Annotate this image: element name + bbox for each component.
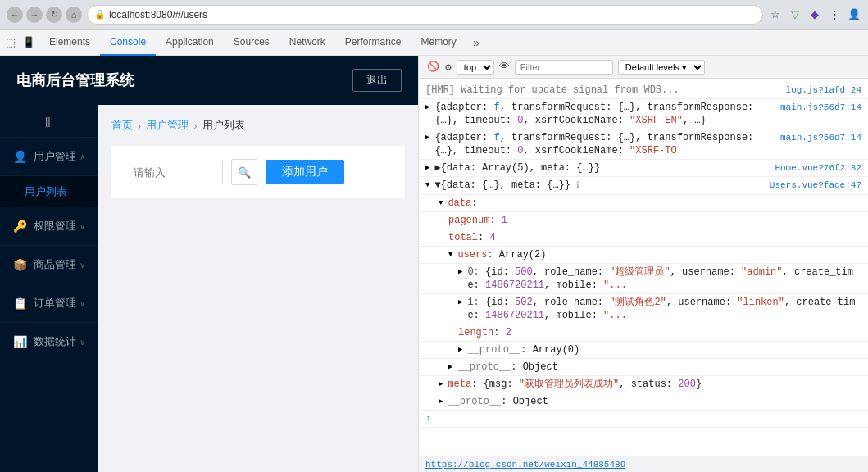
expand-data-icon[interactable] [439,197,443,210]
console-line-users-expanded[interactable]: ▼{data: {…}, meta: {…}} ℹ Users.vue?face… [419,177,868,195]
devtools-inspect-icon[interactable]: ⬚ [3,35,18,50]
eye-icon[interactable]: 👁 [499,61,510,73]
expand-proto-array-icon[interactable] [458,343,462,356]
ext2-icon[interactable]: ◆ [807,7,822,22]
devtools-more-btn[interactable]: » [466,36,486,49]
console-status-bar: https://blog.csdn.net/weixin_44885489 [419,456,868,472]
sidebar-item-products[interactable]: 📦 商品管理 ∨ [0,246,98,284]
menu-icon[interactable]: ⋮ [827,7,842,22]
data-prop-content: data: [448,197,861,210]
console-filter-input[interactable] [515,60,613,75]
axios1-file-ref[interactable]: main.js?56d7:14 [780,101,861,114]
permissions-label: 权限管理 [34,219,76,234]
sidebar-collapse-btn[interactable]: ||| [0,105,98,138]
console-line-user1[interactable]: 1: {id: 502, role_name: "测试角色2", usernam… [419,294,868,324]
console-settings-icon[interactable]: ⚙ [445,61,452,74]
console-line-continuation: › [419,411,868,428]
breadcrumb-home[interactable]: 首页 [111,118,133,133]
main-content: 首页 › 用户管理 › 用户列表 🔍 添加用户 [98,105,418,472]
pagenum-content: pagenum: 1 [448,214,861,227]
home-btn[interactable]: ⌂ [66,7,82,23]
tab-performance[interactable]: Performance [335,30,411,56]
sidebar-item-statistics[interactable]: 📊 数据统计 ∨ [0,323,98,361]
console-line-data-prop[interactable]: data: [419,195,868,212]
address-bar[interactable]: 🔒 localhost:8080/#/users [87,5,763,25]
browser-chrome: ← → ↻ ⌂ 🔒 localhost:8080/#/users ☆ ▽ ◆ ⋮… [0,0,868,30]
hmr-file-ref[interactable]: log.js?1afd:24 [786,84,861,97]
user-list-label: 用户列表 [25,185,67,197]
forward-btn[interactable]: → [26,7,43,23]
add-user-button[interactable]: 添加用户 [266,160,344,184]
permissions-left: 🔑 权限管理 [13,219,76,234]
console-line-meta[interactable]: meta: {msg: "获取管理员列表成功", status: 200} [419,376,868,393]
reload-btn[interactable]: ↻ [46,7,62,23]
tab-console[interactable]: Console [100,30,156,56]
console-clear-btn[interactable]: 🚫 [425,60,440,75]
back-btn[interactable]: ← [7,7,23,23]
console-line-total: total: 4 [419,229,868,247]
expand-axios2-icon[interactable] [425,131,429,144]
hmr-message: [HMR] Waiting for update signal from WDS… [425,84,783,97]
browser-icons: ☆ ▽ ◆ ⋮ 👤 [768,7,861,22]
breadcrumb-sep1: › [138,120,141,132]
expand-axios1-icon[interactable] [425,101,429,114]
context-select[interactable]: top [457,60,494,75]
tab-memory[interactable]: Memory [411,30,466,56]
console-line-proto-root[interactable]: __proto__: Object [419,393,868,411]
axios2-file-ref[interactable]: main.js?56d7:14 [780,131,861,144]
proto-array-content: __proto__: Array(0) [467,343,861,356]
proto-obj-content: __proto__: Object [457,361,861,374]
console-line-proto-obj[interactable]: __proto__: Object [419,359,868,376]
star-icon[interactable]: ☆ [768,7,783,22]
app-body: ||| 👤 用户管理 ∧ 用户列表 🔑 [0,105,418,472]
console-line-axios2[interactable]: {adapter: f, transformRequest: {…}, tran… [419,129,868,160]
products-icon: 📦 [13,258,27,271]
search-button[interactable]: 🔍 [231,159,257,185]
console-line-home-data[interactable]: ▶{data: Array(5), meta: {…}} Home.vue?76… [419,160,868,177]
expand-users-icon[interactable] [425,179,429,192]
status-url[interactable]: https://blog.csdn.net/weixin_44885489 [425,460,625,470]
tab-sources[interactable]: Sources [224,30,279,56]
app-header: 电商后台管理系统 退出 [0,56,418,105]
statistics-label: 数据统计 [34,334,76,349]
expand-home-icon[interactable] [425,161,429,175]
devtools-mobile-icon[interactable]: 📱 [21,35,36,50]
search-input[interactable] [125,161,223,184]
expand-user1-icon[interactable] [458,296,462,309]
users-expanded-content: ▼{data: {…}, meta: {…}} ℹ [434,179,766,193]
expand-proto-obj-icon[interactable] [448,361,452,374]
breadcrumb-user-mgmt[interactable]: 用户管理 [146,118,189,133]
users-file-ref[interactable]: Users.vue?face:47 [770,179,861,192]
sidebar-item-user-management[interactable]: 👤 用户管理 ∧ [0,138,98,176]
ext1-icon[interactable]: ▽ [788,7,802,22]
chevron-down-icon: ∧ [80,152,85,161]
home-data-file-ref[interactable]: Home.vue?76f2:82 [775,161,861,175]
sidebar-item-permissions[interactable]: 🔑 权限管理 ∨ [0,207,98,246]
expand-users-array-icon[interactable] [448,248,452,261]
expand-proto-root-icon[interactable] [439,395,443,408]
logout-button[interactable]: 退出 [352,69,402,92]
expand-meta-icon[interactable] [439,378,443,391]
console-line-proto-array[interactable]: __proto__: Array(0) [419,342,868,359]
main-layout: 电商后台管理系统 退出 ||| 👤 用户管理 ∧ 用户列 [0,56,868,472]
breadcrumb: 首页 › 用户管理 › 用户列表 [111,118,405,133]
console-line-users-array[interactable]: users: Array(2) [419,247,868,264]
console-output: [HMR] Waiting for update signal from WDS… [419,79,868,456]
expand-user0-icon[interactable] [458,266,462,279]
console-level-select[interactable]: Default levels ▾ [618,60,705,75]
user0-content: 0: {id: 500, role_name: "超级管理员", usernam… [467,266,861,292]
statistics-icon: 📊 [13,335,27,348]
tab-application[interactable]: Application [156,30,224,56]
sidebar-item-user-list[interactable]: 用户列表 [0,176,98,207]
users-array-content: users: Array(2) [457,248,861,261]
search-icon: 🔍 [238,166,251,179]
orders-chevron: ∨ [80,299,85,308]
console-line-user0[interactable]: 0: {id: 500, role_name: "超级管理员", usernam… [419,264,868,294]
console-line-axios1[interactable]: {adapter: f, transformRequest: {…}, tran… [419,99,868,129]
profile-icon[interactable]: 👤 [847,7,861,22]
user-management-icon: 👤 [13,150,27,163]
tab-network[interactable]: Network [279,30,335,56]
tab-elements[interactable]: Elements [39,30,100,56]
sidebar-item-orders[interactable]: 📋 订单管理 ∨ [0,284,98,323]
console-toolbar: 🚫 ⚙ top 👁 Default levels ▾ [419,56,868,79]
